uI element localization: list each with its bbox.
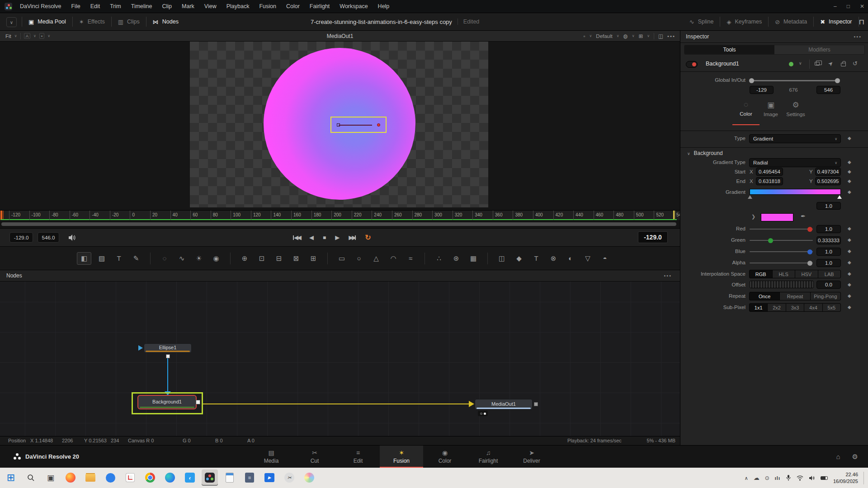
taskbar-edge-icon[interactable]: [162, 469, 178, 486]
taskbar-task-view-icon[interactable]: ▣: [42, 469, 59, 486]
keyframes-button[interactable]: ◈Keyframes: [720, 13, 768, 30]
tab-settings[interactable]: ⚙Settings: [782, 100, 809, 117]
red-field[interactable]: 1.0: [816, 225, 841, 233]
mediaout1-side-port[interactable]: [534, 402, 538, 406]
range-out-field[interactable]: 546.0: [38, 232, 59, 243]
media-in-tool-icon[interactable]: ⊠: [288, 252, 305, 265]
hue-curves-tool-icon[interactable]: ◉: [208, 252, 225, 265]
subpixel-2x2[interactable]: 2x2: [768, 304, 785, 311]
gradient-end-handle[interactable]: [377, 123, 380, 127]
minimize-button[interactable]: –: [834, 3, 837, 9]
menu-mark[interactable]: Mark: [177, 3, 199, 9]
keyframe-diamond-icon[interactable]: ◆: [848, 169, 851, 174]
repeat-repeat[interactable]: Repeat: [780, 292, 810, 300]
matte-control-tool-icon[interactable]: ⊟: [270, 252, 288, 265]
keyframe-diamond-icon[interactable]: ◆: [848, 249, 851, 253]
inspector-options-icon[interactable]: •••: [854, 34, 862, 39]
interp-rgb[interactable]: RGB: [750, 270, 772, 278]
node-graph[interactable]: Ellipse1 Background1 MediaOut1: [0, 281, 680, 436]
taskbar-explorer-icon[interactable]: [82, 469, 99, 486]
shape-3d-tool-icon[interactable]: ◆: [510, 252, 528, 265]
playhead-marker[interactable]: [0, 211, 2, 220]
red-slider-handle[interactable]: [807, 227, 812, 232]
resize-tool-icon[interactable]: ⊞: [305, 252, 322, 265]
taskbar-paint-icon[interactable]: [301, 469, 317, 486]
tray-cloud-icon[interactable]: ☁: [754, 474, 760, 481]
lut-select[interactable]: Default: [596, 33, 612, 39]
viewer-options-icon[interactable]: •••: [667, 33, 675, 39]
reset-history-icon[interactable]: ↺: [853, 60, 858, 67]
menu-help[interactable]: Help: [373, 3, 395, 9]
gradient-stop-right[interactable]: [837, 195, 842, 199]
ellipse-mask-tool-icon[interactable]: ○: [350, 252, 368, 265]
lock-icon[interactable]: [841, 63, 846, 66]
transform-tool-icon[interactable]: ⊕: [236, 252, 253, 265]
p-emitter-tool-icon[interactable]: ∴: [430, 252, 448, 265]
tab-modifiers[interactable]: Modifiers: [774, 45, 864, 54]
tray-mic-icon[interactable]: [786, 474, 791, 481]
page-fairlight[interactable]: ♫Fairlight: [467, 446, 510, 468]
color-corrector-tool-icon[interactable]: ◌: [156, 252, 173, 265]
menu-file[interactable]: File: [66, 3, 85, 9]
keyframe-diamond-icon[interactable]: ◆: [848, 271, 851, 276]
nodes-button[interactable]: ⋈Nodes: [146, 13, 185, 30]
keyframe-diamond-icon[interactable]: ◆: [848, 237, 851, 242]
timeline-ruler[interactable]: -120-100-80-60-40-2002040608010012014016…: [0, 210, 680, 220]
chevron-down-icon[interactable]: ∨: [617, 34, 619, 38]
close-button[interactable]: ✕: [860, 3, 864, 9]
text-plus-tool-icon[interactable]: T: [110, 252, 127, 265]
interp-hls[interactable]: HLS: [773, 270, 795, 278]
viewer-canvas[interactable]: [0, 42, 680, 210]
nodes-options-icon[interactable]: •••: [664, 273, 672, 278]
green-slider-handle[interactable]: [768, 238, 773, 243]
fast-noise-tool-icon[interactable]: ▨: [93, 252, 110, 265]
tray-chart-icon[interactable]: ılı: [775, 475, 780, 481]
subpixel-5x5[interactable]: 5x5: [823, 304, 840, 311]
gradient-onscreen-control[interactable]: [330, 117, 387, 133]
keyframe-diamond-icon[interactable]: ◆: [848, 178, 851, 183]
eyedropper-icon[interactable]: ✒: [801, 213, 806, 220]
keyframe-diamond-icon[interactable]: ◆: [848, 293, 851, 298]
chevron-down-icon[interactable]: ∨: [632, 34, 635, 38]
taskbar-snip-icon[interactable]: ✂: [281, 469, 297, 486]
magic-mask-tool-icon[interactable]: ≈: [402, 252, 419, 265]
taskbar-photos-icon[interactable]: [122, 469, 138, 486]
menu-fusion[interactable]: Fusion: [254, 3, 281, 9]
keyframe-diamond-icon[interactable]: ◆: [848, 305, 851, 310]
node-enable-toggle[interactable]: [686, 61, 698, 68]
alpha-slider-handle[interactable]: [807, 261, 812, 266]
grid-icon[interactable]: ⊞: [639, 33, 643, 39]
timeline-scrollbar[interactable]: [1, 222, 676, 226]
subpixel-1x1[interactable]: 1x1: [750, 304, 767, 311]
current-frame-display[interactable]: -129.0: [638, 231, 668, 243]
subpixel-3x3[interactable]: 3x3: [786, 304, 804, 311]
red-slider[interactable]: [750, 229, 813, 230]
maximize-button[interactable]: □: [847, 3, 850, 9]
merge-3d-tool-icon[interactable]: ⊗: [545, 252, 562, 265]
keyframe-diamond-icon[interactable]: ◆: [848, 260, 851, 265]
page-deliver[interactable]: ➤Deliver: [510, 446, 553, 468]
global-in-handle[interactable]: [749, 78, 754, 83]
keyframe-diamond-icon[interactable]: ◆: [848, 160, 851, 164]
bspline-mask-tool-icon[interactable]: ◠: [385, 252, 402, 265]
taskbar-vscode-icon[interactable]: ‹: [182, 469, 198, 486]
show-desktop-button[interactable]: [863, 472, 865, 484]
subpixel-4x4[interactable]: 4x4: [804, 304, 822, 311]
menu-timeline[interactable]: Timeline: [126, 3, 157, 9]
offset-field[interactable]: 0.0: [816, 281, 841, 289]
text-3d-tool-icon[interactable]: T: [528, 252, 545, 265]
node-color-dot[interactable]: [789, 62, 793, 66]
camera-3d-tool-icon[interactable]: ◐: [562, 252, 579, 265]
keyframe-diamond-icon[interactable]: ◆: [848, 226, 851, 231]
p-render-tool-icon[interactable]: ▦: [465, 252, 482, 265]
blue-slider[interactable]: [750, 251, 813, 252]
home-icon[interactable]: ⌂: [836, 453, 840, 460]
end-x-field[interactable]: 0.631818: [756, 177, 783, 185]
type-dropdown[interactable]: Gradient∨: [749, 134, 841, 143]
settings-gear-icon[interactable]: ⚙: [852, 453, 858, 461]
alpha-slider[interactable]: [750, 263, 813, 263]
menu-fairlight[interactable]: Fairlight: [305, 3, 335, 9]
chevron-down-icon[interactable]: ∨: [799, 61, 802, 66]
page-fusion[interactable]: ✶Fusion: [380, 446, 423, 468]
go-last-frame-button[interactable]: ▶▶: [349, 234, 356, 241]
